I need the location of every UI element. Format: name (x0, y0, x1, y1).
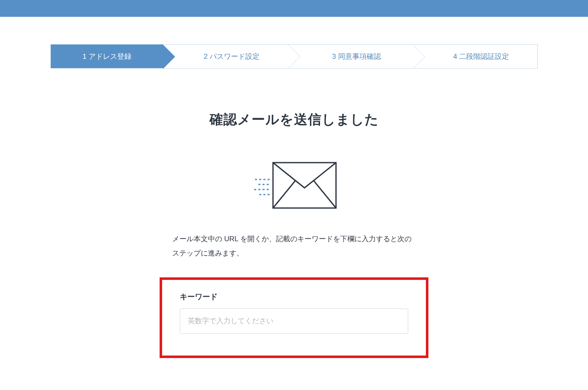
step-3-agreement: 3 同意事項確認 (288, 45, 412, 68)
keyword-input[interactable] (180, 308, 408, 334)
mail-sent-icon (50, 158, 538, 213)
main-content: 確認メールを送信しました メール本文中の URL を開くか、記載のキーワードを下… (50, 111, 538, 358)
keyword-section: キーワード (160, 277, 428, 358)
keyword-label: キーワード (180, 292, 408, 302)
step-4-2fa: 4 二段階認証設定 (412, 45, 537, 68)
page-container: 1 アドレス登録 2 パスワード設定 3 同意事項確認 4 二段階認証設定 確認… (25, 44, 563, 358)
top-bar (0, 0, 588, 17)
step-label: 2 パスワード設定 (204, 52, 260, 61)
instruction-text: メール本文中の URL を開くか、記載のキーワードを下欄に入力すると次のステップ… (172, 232, 416, 261)
step-2-password: 2 パスワード設定 (163, 45, 288, 68)
step-label: 1 アドレス登録 (82, 52, 131, 61)
progress-stepper: 1 アドレス登録 2 パスワード設定 3 同意事項確認 4 二段階認証設定 (50, 44, 538, 69)
page-title: 確認メールを送信しました (50, 111, 538, 129)
step-label: 3 同意事項確認 (332, 52, 381, 61)
step-label: 4 二段階認証設定 (453, 52, 509, 61)
step-1-address: 1 アドレス登録 (51, 45, 163, 68)
